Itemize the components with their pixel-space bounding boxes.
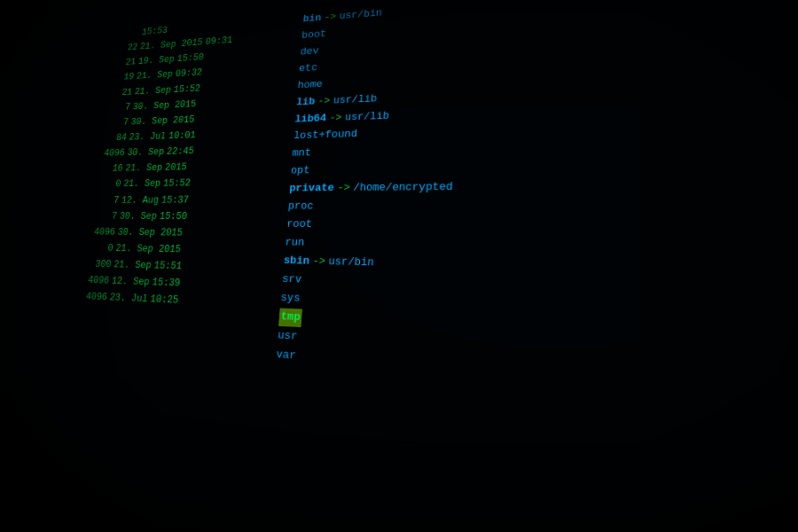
line-13: 7 30. Sep 15:50 [87, 208, 280, 225]
line-11: 0 21. Sep 15:52 [91, 175, 283, 192]
line-10: 16 21. Sep 2015 [93, 158, 285, 176]
line-12: 7 12. Aug 15:37 [89, 192, 281, 207]
line-14: 4096 30. Sep 2015 [85, 224, 279, 242]
left-column: 15:53 22 21. Sep 2015 09:31 21 19. Sep 1… [56, 12, 304, 493]
terminal-window: 15:53 22 21. Sep 2015 09:31 21 19. Sep 1… [0, 0, 798, 532]
right-column: bin -> usr/bin boot dev etc home lib [265, 0, 798, 532]
rline-proc: proc [287, 196, 798, 217]
